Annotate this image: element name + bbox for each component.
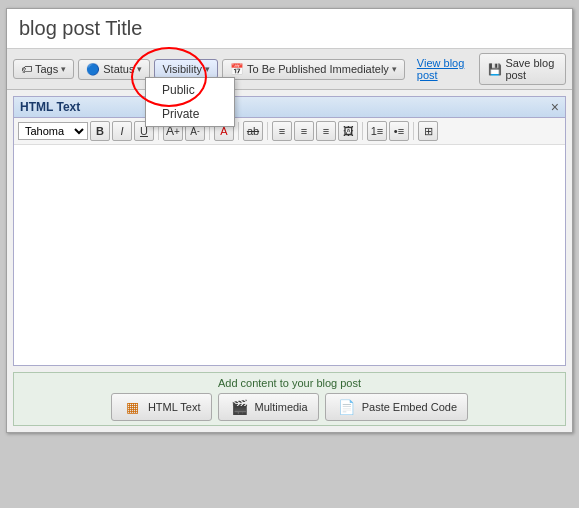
visibility-dropdown: Public Private — [145, 77, 235, 127]
add-content-buttons: ▦ HTML Text 🎬 Multimedia 📄 Paste Embed C… — [14, 393, 565, 421]
source-button[interactable]: ⊞ — [418, 121, 438, 141]
editor-panel: HTML Text × Tahoma B I U A+ A- A ab ≡ ≡ … — [13, 96, 566, 366]
save-icon: 💾 — [488, 63, 502, 76]
align-center-button[interactable]: ≡ — [294, 121, 314, 141]
editor-header: HTML Text × — [14, 97, 565, 118]
insert-image-button[interactable]: 🖼 — [338, 121, 358, 141]
add-multimedia-label: Multimedia — [255, 401, 308, 413]
tags-label: Tags — [35, 63, 58, 75]
italic-button[interactable]: I — [112, 121, 132, 141]
editor-close-button[interactable]: × — [551, 100, 559, 114]
separator-5 — [362, 122, 363, 140]
align-left-button[interactable]: ≡ — [272, 121, 292, 141]
visibility-label: Visibility — [162, 63, 202, 75]
tags-button[interactable]: 🏷 Tags ▾ — [13, 59, 74, 79]
status-arrow-icon: ▾ — [137, 64, 142, 74]
strikethrough-button[interactable]: ab — [243, 121, 263, 141]
status-icon: 🔵 — [86, 63, 100, 76]
add-content-title: Add content to your blog post — [14, 377, 565, 389]
visibility-option-public[interactable]: Public — [146, 78, 234, 102]
visibility-button[interactable]: Visibility ▾ — [154, 59, 218, 79]
add-html-text-button[interactable]: ▦ HTML Text — [111, 393, 212, 421]
view-blog-link[interactable]: View blog post — [413, 55, 476, 83]
publish-arrow-icon: ▾ — [392, 64, 397, 74]
save-label: Save blog post — [505, 57, 557, 81]
editor-content-area[interactable] — [14, 145, 565, 365]
publish-label: To Be Published Immediately — [247, 63, 389, 75]
main-panel: 🏷 Tags ▾ 🔵 Status ▾ Visibility ▾ Public … — [6, 8, 573, 433]
ordered-list-button[interactable]: 1≡ — [367, 121, 387, 141]
status-label: Status — [103, 63, 134, 75]
publish-date-button[interactable]: 📅 To Be Published Immediately ▾ — [222, 59, 405, 80]
multimedia-icon: 🎬 — [229, 398, 251, 416]
editor-toolbar: Tahoma B I U A+ A- A ab ≡ ≡ ≡ 🖼 1≡ •≡ ⊞ — [14, 118, 565, 145]
align-right-button[interactable]: ≡ — [316, 121, 336, 141]
embed-code-icon: 📄 — [336, 398, 358, 416]
toolbar-row: 🏷 Tags ▾ 🔵 Status ▾ Visibility ▾ Public … — [7, 49, 572, 90]
bold-button[interactable]: B — [90, 121, 110, 141]
unordered-list-button[interactable]: •≡ — [389, 121, 409, 141]
blog-title-input[interactable] — [19, 17, 560, 40]
save-button[interactable]: 💾 Save blog post — [479, 53, 566, 85]
separator-6 — [413, 122, 414, 140]
editor-title: HTML Text — [20, 100, 80, 114]
add-embed-code-button[interactable]: 📄 Paste Embed Code — [325, 393, 468, 421]
add-embed-code-label: Paste Embed Code — [362, 401, 457, 413]
tags-arrow-icon: ▾ — [61, 64, 66, 74]
status-button[interactable]: 🔵 Status ▾ — [78, 59, 150, 80]
add-html-text-label: HTML Text — [148, 401, 201, 413]
html-text-icon: ▦ — [122, 398, 144, 416]
visibility-option-private[interactable]: Private — [146, 102, 234, 126]
title-bar — [7, 9, 572, 49]
separator-4 — [267, 122, 268, 140]
separator-3 — [238, 122, 239, 140]
font-family-select[interactable]: Tahoma — [18, 122, 88, 140]
tags-icon: 🏷 — [21, 63, 32, 75]
calendar-icon: 📅 — [230, 63, 244, 76]
visibility-arrow-icon: ▾ — [205, 64, 210, 74]
add-multimedia-button[interactable]: 🎬 Multimedia — [218, 393, 319, 421]
add-content-bar: Add content to your blog post ▦ HTML Tex… — [13, 372, 566, 426]
